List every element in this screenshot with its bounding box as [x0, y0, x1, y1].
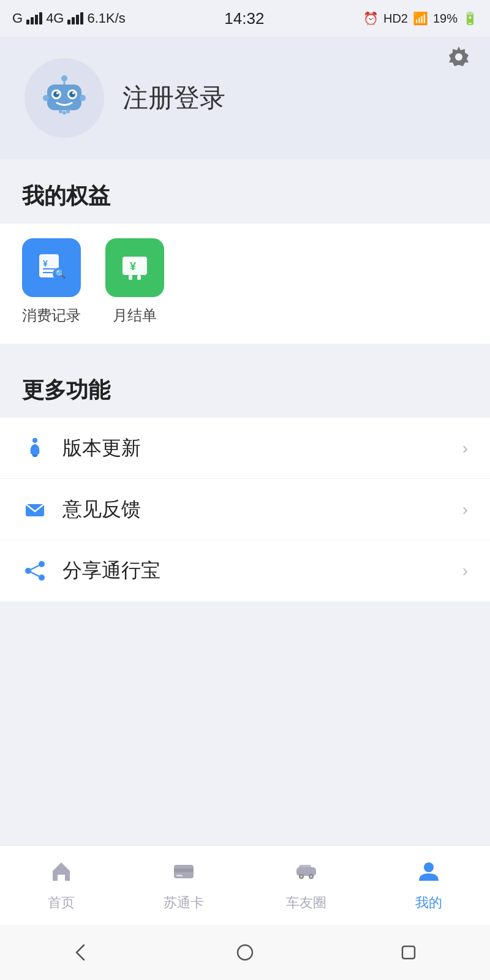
- status-right: ⏰ HD2 📶 19% 🔋: [363, 11, 478, 26]
- svg-text:🔍: 🔍: [55, 269, 66, 279]
- share-left: 分享通行宝: [22, 557, 160, 584]
- svg-point-31: [39, 561, 45, 567]
- bell-icon: [22, 435, 48, 461]
- svg-rect-38: [176, 875, 183, 876]
- svg-rect-37: [174, 869, 194, 872]
- status-left: G 4G 6.1K/s: [12, 10, 126, 26]
- consumption-record-item[interactable]: ¥ 🔍 消费记录: [22, 238, 81, 325]
- svg-point-11: [43, 95, 49, 101]
- benefits-section: 我的权益 ¥ 🔍 消费记录: [0, 159, 490, 344]
- share-icon: [22, 558, 48, 584]
- svg-point-44: [310, 875, 312, 878]
- benefits-grid: ¥ 🔍 消费记录 ¥: [0, 224, 490, 344]
- nav-home[interactable]: 首页: [0, 846, 123, 925]
- svg-point-1: [455, 53, 462, 61]
- svg-point-13: [59, 110, 62, 113]
- hd-label: HD2: [383, 12, 408, 26]
- version-update-left: 版本更新: [22, 435, 141, 462]
- chevron-right-icon-2: ›: [462, 500, 468, 519]
- svg-rect-47: [402, 946, 415, 959]
- monthly-bill-label: 月结单: [113, 306, 157, 325]
- svg-point-45: [424, 862, 434, 872]
- alarm-icon: ⏰: [363, 11, 379, 26]
- version-update-item[interactable]: 版本更新 ›: [0, 418, 490, 479]
- avatar[interactable]: [24, 58, 104, 138]
- recent-button[interactable]: [390, 934, 427, 971]
- svg-point-12: [80, 95, 86, 101]
- home-button[interactable]: [227, 934, 263, 971]
- back-icon: [70, 941, 92, 963]
- menu-list: 版本更新 › 意见反馈 ›: [0, 418, 490, 601]
- signal-icon: [26, 12, 42, 24]
- back-button[interactable]: [63, 934, 100, 971]
- benefits-section-title: 我的权益: [0, 159, 490, 224]
- home-system-icon: [234, 941, 256, 963]
- gear-icon: [447, 44, 471, 69]
- nav-home-label: 首页: [48, 894, 75, 912]
- chevron-right-icon-3: ›: [462, 561, 468, 581]
- svg-point-7: [53, 91, 59, 97]
- signal-icon-2: [67, 12, 83, 24]
- svg-point-10: [72, 92, 75, 94]
- svg-point-9: [56, 92, 59, 94]
- chevron-right-icon: ›: [462, 439, 468, 458]
- feedback-item[interactable]: 意见反馈 ›: [0, 479, 490, 540]
- version-update-label: 版本更新: [62, 435, 141, 462]
- feedback-label: 意见反馈: [62, 496, 141, 523]
- svg-line-34: [31, 565, 39, 570]
- svg-point-33: [39, 575, 45, 581]
- nav-car-circle-label: 车友圈: [286, 894, 326, 912]
- svg-rect-25: [129, 275, 132, 280]
- feedback-left: 意见反馈: [22, 496, 141, 523]
- battery-label: 19%: [433, 12, 458, 26]
- svg-rect-40: [299, 865, 311, 871]
- svg-point-15: [66, 110, 70, 113]
- robot-icon: [34, 67, 95, 129]
- recent-icon: [398, 941, 420, 963]
- share-label: 分享通行宝: [62, 557, 160, 584]
- nav-car-circle[interactable]: 车友圈: [245, 846, 368, 925]
- svg-text:¥: ¥: [130, 260, 136, 273]
- monthly-bill-item[interactable]: ¥ 月结单: [105, 238, 164, 325]
- svg-point-27: [32, 438, 37, 443]
- monthly-bill-icon-box: ¥: [105, 238, 164, 297]
- svg-point-14: [62, 111, 66, 115]
- card-icon: [172, 859, 196, 889]
- bottom-nav: 首页 苏通卡 车友圈: [0, 845, 490, 925]
- svg-point-3: [61, 75, 67, 81]
- consumption-label: 消费记录: [22, 306, 81, 325]
- network-label: 4G: [46, 10, 64, 26]
- monthly-bill-icon: ¥: [118, 251, 152, 285]
- svg-point-29: [32, 454, 37, 457]
- nav-sutongcard[interactable]: 苏通卡: [123, 846, 245, 925]
- svg-line-35: [31, 572, 39, 576]
- svg-point-43: [300, 875, 303, 878]
- more-features-section: 更多功能 版本更新 ›: [0, 353, 490, 601]
- consumption-icon-box: ¥ 🔍: [22, 238, 81, 297]
- carrier-label: G: [12, 10, 23, 26]
- status-bar: G 4G 6.1K/s 14:32 ⏰ HD2 📶 19% 🔋: [0, 0, 490, 37]
- share-item[interactable]: 分享通行宝 ›: [0, 540, 490, 601]
- main-content: 我的权益 ¥ 🔍 消费记录: [0, 159, 490, 601]
- consumption-icon: ¥ 🔍: [34, 251, 69, 285]
- car-icon: [294, 859, 318, 889]
- svg-point-8: [69, 91, 75, 97]
- time-display: 14:32: [224, 9, 264, 28]
- settings-button[interactable]: [442, 40, 475, 73]
- battery-icon: 🔋: [462, 11, 478, 26]
- nav-mine-label: 我的: [415, 894, 442, 912]
- profile-title[interactable]: 注册登录: [123, 81, 225, 115]
- mail-icon: [22, 497, 48, 522]
- wifi-icon: 📶: [413, 11, 428, 26]
- user-icon: [417, 859, 441, 889]
- svg-point-46: [238, 945, 252, 960]
- svg-text:¥: ¥: [43, 258, 48, 268]
- more-features-title: 更多功能: [0, 353, 490, 418]
- svg-rect-2: [47, 85, 81, 110]
- svg-point-32: [25, 568, 31, 574]
- nav-sutongcard-label: 苏通卡: [164, 894, 204, 912]
- home-icon: [49, 859, 74, 889]
- svg-rect-26: [137, 275, 141, 280]
- nav-mine[interactable]: 我的: [368, 846, 490, 925]
- profile-header: 注册登录: [0, 37, 490, 159]
